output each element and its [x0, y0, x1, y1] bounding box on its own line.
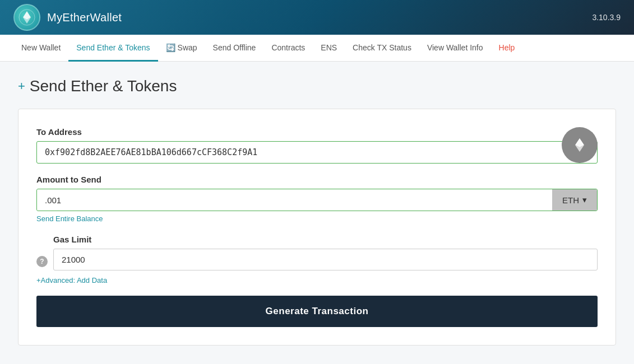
- advanced-add-data-link[interactable]: +Advanced: Add Data: [36, 276, 107, 284]
- nav-send-offline[interactable]: Send Offline: [205, 35, 264, 62]
- swap-icon: 🔄: [166, 43, 175, 52]
- currency-label: ETH: [562, 195, 579, 205]
- amount-input[interactable]: [37, 189, 552, 211]
- nav-view-wallet[interactable]: View Wallet Info: [419, 35, 491, 62]
- version-number: 3.10.3.9: [592, 13, 621, 22]
- gas-limit-row: ? Gas Limit: [36, 235, 598, 270]
- amount-row: ETH ▾: [36, 189, 598, 211]
- currency-selector-button[interactable]: ETH ▾: [552, 189, 597, 211]
- nav-check-tx[interactable]: Check TX Status: [345, 35, 419, 62]
- plus-icon: +: [18, 79, 25, 94]
- gas-field-wrap: Gas Limit: [53, 235, 598, 270]
- gas-limit-label: Gas Limit: [53, 235, 598, 244]
- app-header: MyEtherWallet 3.10.3.9: [0, 0, 634, 35]
- nav-swap[interactable]: 🔄 Swap: [158, 35, 205, 62]
- page-title: Send Ether & Tokens: [30, 77, 177, 95]
- nav-ens[interactable]: ENS: [313, 35, 345, 62]
- send-form-card: To Address Amount to Send ETH ▾ Send Ent…: [18, 109, 616, 346]
- app-logo: [13, 4, 40, 31]
- to-address-input[interactable]: [36, 141, 598, 164]
- currency-arrow-icon: ▾: [582, 195, 587, 205]
- gas-limit-input[interactable]: [53, 249, 598, 270]
- eth-logo-circle: [562, 127, 598, 163]
- to-address-label: To Address: [36, 127, 598, 137]
- generate-transaction-button[interactable]: Generate Transaction: [36, 296, 598, 327]
- send-entire-balance-link[interactable]: Send Entire Balance: [36, 214, 103, 223]
- amount-field-group: Amount to Send ETH ▾ Send Entire Balance: [36, 175, 598, 223]
- gas-help-icon[interactable]: ?: [36, 256, 48, 267]
- main-content: + Send Ether & Tokens To Address Amount …: [0, 62, 634, 361]
- main-nav: New Wallet Send Ether & Tokens 🔄 Swap Se…: [0, 35, 634, 62]
- nav-help[interactable]: Help: [491, 35, 523, 62]
- nav-new-wallet[interactable]: New Wallet: [13, 35, 68, 62]
- amount-label: Amount to Send: [36, 175, 598, 184]
- app-name: MyEtherWallet: [47, 11, 122, 24]
- to-address-field-group: To Address: [36, 127, 598, 164]
- page-title-row: + Send Ether & Tokens: [18, 77, 616, 95]
- nav-contracts[interactable]: Contracts: [263, 35, 313, 62]
- header-logo-area: MyEtherWallet: [13, 4, 122, 31]
- nav-send-ether[interactable]: Send Ether & Tokens: [68, 35, 158, 62]
